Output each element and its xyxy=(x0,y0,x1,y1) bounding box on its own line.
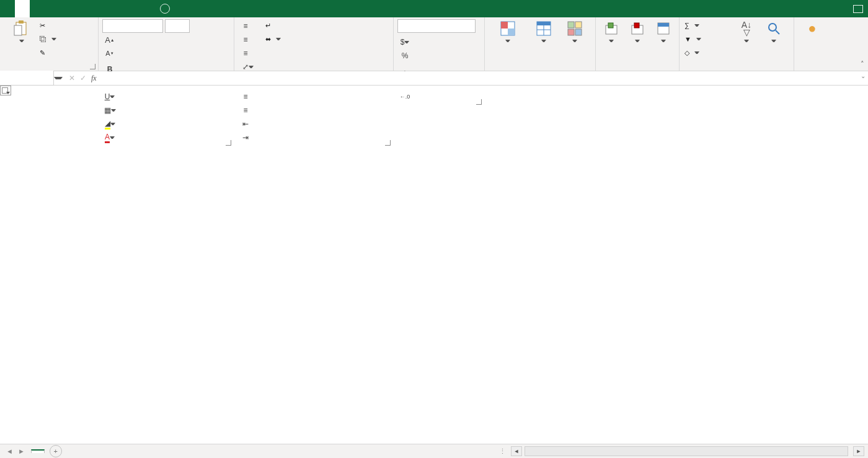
sheet-tab-1[interactable] xyxy=(31,449,45,453)
cancel-formula-button[interactable]: ✕ xyxy=(69,74,75,82)
tell-me-search[interactable] xyxy=(160,0,174,17)
addins-icon: ● xyxy=(804,20,821,37)
collapse-ribbon-button[interactable]: ˄ xyxy=(861,60,864,68)
svg-rect-4 xyxy=(501,22,508,29)
svg-rect-10 xyxy=(568,22,574,28)
new-sheet-button[interactable]: + xyxy=(50,445,62,457)
align-bottom-button[interactable]: ≡ xyxy=(238,46,253,60)
tab-help[interactable] xyxy=(134,0,149,17)
accounting-format-button[interactable]: $ xyxy=(397,35,412,49)
wrap-icon: ↵ xyxy=(265,22,271,30)
tab-view[interactable] xyxy=(119,0,134,17)
tab-review[interactable] xyxy=(104,0,119,17)
clipboard-icon xyxy=(13,20,30,37)
svg-rect-11 xyxy=(575,22,582,28)
name-box[interactable] xyxy=(0,71,54,86)
hscroll-left-button[interactable]: ◄ xyxy=(511,446,522,456)
insert-icon xyxy=(603,20,620,37)
sort-filter-icon: A↓▽ xyxy=(738,20,755,37)
number-format-select[interactable] xyxy=(397,19,476,33)
percent-format-button[interactable]: % xyxy=(397,49,412,63)
align-top-button[interactable]: ≡ xyxy=(238,19,253,33)
autofill-options-button[interactable] xyxy=(0,86,11,95)
font-name-input[interactable] xyxy=(102,19,163,33)
fx-icon[interactable]: fx xyxy=(91,74,97,83)
scissors-icon: ✂ xyxy=(40,22,45,30)
format-cells-button[interactable] xyxy=(652,19,675,43)
menu-bar xyxy=(0,0,868,17)
chevron-down-icon xyxy=(51,37,56,42)
cut-button[interactable]: ✂ xyxy=(38,19,58,32)
copy-button[interactable]: ⿻ xyxy=(38,33,58,45)
hscroll-track[interactable] xyxy=(525,446,848,456)
expand-formula-bar-button[interactable]: ⌄ xyxy=(861,73,866,79)
hscroll-right-button[interactable]: ► xyxy=(853,446,864,456)
dialog-launcher-icon[interactable] xyxy=(90,64,95,69)
insert-cells-button[interactable] xyxy=(600,19,623,43)
magnifier-icon xyxy=(765,20,782,37)
decrease-font-button[interactable]: A▼ xyxy=(102,46,117,60)
tab-file[interactable] xyxy=(0,0,15,17)
svg-rect-15 xyxy=(608,23,613,28)
tab-nav-next[interactable]: ► xyxy=(18,447,25,455)
sigma-icon: ∑ xyxy=(684,22,689,29)
worksheet-grid[interactable] xyxy=(0,86,868,433)
svg-rect-13 xyxy=(575,29,582,35)
paste-button[interactable] xyxy=(7,19,36,43)
formula-bar: ✕ ✓ fx ⌄ xyxy=(0,71,868,86)
enter-formula-button[interactable]: ✓ xyxy=(80,74,86,82)
addins-button[interactable]: ● xyxy=(798,19,826,38)
cell-styles-icon xyxy=(566,20,583,37)
tab-page-layout[interactable] xyxy=(60,0,74,17)
find-select-button[interactable] xyxy=(761,19,786,43)
svg-point-20 xyxy=(769,24,776,31)
increase-font-button[interactable]: A▲ xyxy=(102,33,117,46)
lightbulb-icon xyxy=(160,4,170,14)
sheet-tabs-bar: ◄ ► + ⋮ ◄ ► xyxy=(0,444,868,458)
svg-rect-19 xyxy=(658,23,669,27)
ribbon: ✂ ⿻ ✎ A▲ A▼ B I U ▦ ◢ A xyxy=(0,17,868,71)
tab-data[interactable] xyxy=(89,0,104,17)
wrap-text-button[interactable]: ↵ xyxy=(264,19,282,32)
format-painter-button[interactable]: ✎ xyxy=(38,46,58,59)
conditional-formatting-icon xyxy=(499,20,516,37)
svg-line-21 xyxy=(776,30,779,34)
svg-rect-1 xyxy=(19,20,24,24)
tab-formulas[interactable] xyxy=(74,0,89,17)
svg-rect-2 xyxy=(14,25,22,35)
fill-button[interactable]: ▼ xyxy=(683,33,732,45)
table-icon xyxy=(535,20,552,37)
svg-rect-5 xyxy=(508,29,515,35)
conditional-formatting-button[interactable] xyxy=(489,19,527,43)
merge-center-button[interactable]: ⬌ xyxy=(264,33,282,45)
merge-icon: ⬌ xyxy=(265,35,271,43)
svg-rect-12 xyxy=(568,29,574,35)
fill-down-icon: ▼ xyxy=(684,35,691,43)
tab-home[interactable] xyxy=(15,0,30,17)
tab-draw[interactable] xyxy=(45,0,60,17)
paintbrush-icon: ✎ xyxy=(40,49,45,57)
autosum-button[interactable]: ∑ xyxy=(683,19,732,32)
sort-filter-button[interactable]: A↓▽ xyxy=(734,19,759,43)
format-icon xyxy=(655,20,672,37)
comment-icon[interactable] xyxy=(853,5,863,13)
align-middle-button[interactable]: ≡ xyxy=(238,33,253,46)
formula-input[interactable] xyxy=(97,71,868,85)
delete-cells-button[interactable] xyxy=(626,19,649,43)
font-size-input[interactable] xyxy=(165,19,190,33)
name-box-dropdown[interactable] xyxy=(54,76,63,81)
eraser-icon: ◇ xyxy=(684,49,689,57)
tab-insert[interactable] xyxy=(30,0,45,17)
svg-rect-17 xyxy=(634,23,639,28)
tab-nav-prev[interactable]: ◄ xyxy=(6,447,13,455)
cell-styles-button[interactable] xyxy=(560,19,589,43)
chevron-down-icon xyxy=(19,38,24,43)
clear-button[interactable]: ◇ xyxy=(683,46,732,59)
format-as-table-button[interactable] xyxy=(529,19,558,43)
delete-icon xyxy=(629,20,646,37)
copy-icon: ⿻ xyxy=(40,35,46,43)
